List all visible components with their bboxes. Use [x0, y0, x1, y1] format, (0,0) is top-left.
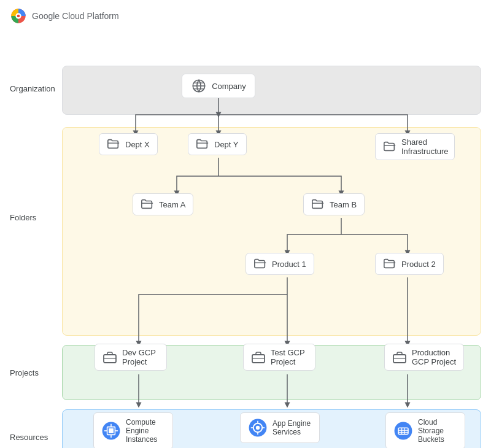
- folder-icon-teamb: [311, 198, 325, 211]
- globe-icon: [191, 78, 207, 94]
- svg-point-30: [256, 426, 260, 430]
- cloud-storage-label: Cloud Storage Buckets: [418, 418, 457, 444]
- section-resources: Resources: [10, 433, 59, 442]
- app-engine-node: App Engine Services: [240, 412, 320, 443]
- team-b-node: Team B: [303, 193, 365, 215]
- team-a-node: Team A: [133, 193, 193, 215]
- diagram: Organization Folders Projects Resources: [10, 32, 481, 448]
- app-engine-icon: [248, 418, 268, 438]
- team-a-label: Team A: [159, 200, 185, 209]
- compute-engine-icon: [101, 421, 121, 441]
- org-band: [62, 66, 481, 115]
- dev-gcp-node: Dev GCP Project: [95, 344, 167, 371]
- folder-icon-depty: [196, 137, 209, 151]
- shared-infra-label: Shared Infrastructure: [401, 137, 449, 156]
- gcp-logo-text: Google Cloud Platform: [32, 11, 119, 21]
- briefcase-icon-dev: [102, 350, 117, 365]
- product-1-node: Product 1: [246, 253, 314, 275]
- gcp-logo: Google Cloud Platform: [10, 7, 119, 25]
- company-label: Company: [212, 82, 246, 91]
- prod-gcp-node: Production GCP Project: [384, 344, 464, 371]
- gcp-logo-icon: [10, 7, 27, 25]
- prod-gcp-label: Production GCP Project: [412, 348, 456, 366]
- briefcase-icon-test: [251, 350, 266, 365]
- svg-rect-23: [109, 428, 114, 433]
- test-gcp-label: Test GCP Project: [271, 348, 307, 366]
- compute-engine-label: Compute Engine Instances: [126, 418, 165, 444]
- dev-gcp-label: Dev GCP Project: [122, 348, 159, 366]
- dept-x-label: Dept X: [125, 140, 150, 149]
- product-2-node: Product 2: [375, 253, 444, 275]
- folder-icon-deptx: [107, 137, 120, 151]
- dept-y-label: Dept Y: [214, 140, 239, 149]
- cloud-storage-icon: [393, 421, 413, 441]
- header: Google Cloud Platform: [0, 0, 491, 32]
- test-gcp-node: Test GCP Project: [243, 344, 315, 371]
- product-1-label: Product 1: [272, 260, 306, 269]
- section-folders: Folders: [10, 213, 59, 222]
- company-node: Company: [182, 74, 255, 98]
- folder-icon-teama: [141, 198, 154, 211]
- svg-point-35: [395, 422, 412, 440]
- folder-icon-prod2: [383, 257, 396, 271]
- dept-x-node: Dept X: [99, 133, 158, 155]
- folder-icon-shared: [383, 140, 396, 153]
- product-2-label: Product 2: [401, 260, 436, 269]
- section-org: Organization: [10, 84, 59, 93]
- dept-y-node: Dept Y: [188, 133, 247, 155]
- section-projects: Projects: [10, 368, 59, 377]
- team-b-label: Team B: [330, 200, 357, 209]
- app-engine-label: App Engine Services: [273, 419, 312, 436]
- cloud-storage-node: Cloud Storage Buckets: [385, 412, 465, 448]
- folder-icon-prod1: [253, 257, 267, 271]
- shared-infra-node: Shared Infrastructure: [375, 133, 455, 160]
- compute-engine-node: Compute Engine Instances: [93, 412, 173, 448]
- briefcase-icon-prod: [392, 350, 407, 365]
